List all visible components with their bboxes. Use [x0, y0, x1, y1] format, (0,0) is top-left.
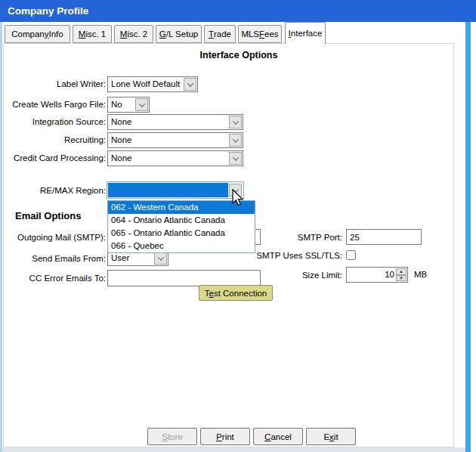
- cancel-button[interactable]: Cancel: [253, 428, 303, 445]
- chevron-down-icon: [232, 154, 238, 160]
- mouse-cursor-icon: [231, 189, 244, 207]
- size-limit-value: 10: [348, 268, 394, 282]
- chevron-down-icon: [187, 80, 193, 86]
- size-limit-spinner[interactable]: 10 ▲ ▼: [346, 267, 408, 283]
- tab-label: Compan: [11, 29, 44, 39]
- company-profile-window: Company Profile Company Info Misc. 1 Mis…: [0, 0, 476, 452]
- outgoing-mail-label: Outgoing Mail (SMTP):: [8, 230, 106, 245]
- size-limit-unit: MB: [414, 267, 427, 283]
- credit-card-processing-value: None: [111, 151, 227, 166]
- window-border-left: [0, 22, 2, 452]
- interface-options-heading: Interface Options: [125, 50, 352, 60]
- tab-label-mnemonic: T: [209, 29, 214, 39]
- remax-region-label: RE/MAX Region:: [8, 183, 106, 198]
- smtp-ssl-checkbox[interactable]: [346, 250, 356, 260]
- label-writer-dropdown-button[interactable]: [184, 78, 196, 91]
- wells-fargo-value: No: [111, 98, 134, 112]
- integration-source-label: Integration Source:: [8, 114, 106, 129]
- button-label-mnemonic: P: [216, 432, 222, 441]
- tab-label: isc. 2: [127, 29, 147, 39]
- smtp-port-label: SMTP Port:: [242, 230, 342, 245]
- button-label: it: [334, 432, 338, 441]
- exit-button[interactable]: Exit: [306, 428, 356, 445]
- tab-label: ees: [264, 29, 279, 39]
- tab-label-mnemonic: M: [120, 29, 128, 39]
- label-writer-value: Lone Wolf Default: [111, 77, 182, 91]
- smtp-port-input[interactable]: [346, 229, 422, 245]
- dropdown-option-064[interactable]: 064 - Ontario Atlantic Canada: [108, 214, 255, 227]
- remax-region-selected-highlight: [108, 183, 228, 197]
- button-label-mnemonic: S: [162, 432, 168, 441]
- button-label: st Connection: [214, 289, 267, 298]
- email-options-heading: Email Options: [15, 210, 81, 221]
- chevron-down-icon: [232, 118, 238, 124]
- tab-label: nterface: [291, 29, 323, 38]
- remax-region-dropdown-list: 062 - Western Canada 064 - Ontario Atlan…: [107, 200, 255, 253]
- remax-region-combobox[interactable]: [107, 181, 244, 199]
- wells-fargo-label: Create Wells Fargo File:: [8, 97, 106, 112]
- tab-interface[interactable]: Interface: [285, 22, 326, 44]
- test-connection-button[interactable]: Test Connection: [199, 285, 273, 301]
- window-title: Company Profile: [8, 5, 88, 17]
- label-writer-combobox[interactable]: Lone Wolf Default: [107, 76, 198, 92]
- tab-misc-1[interactable]: Misc. 1: [73, 25, 112, 43]
- cc-error-emails-label: CC Error Emails To:: [8, 271, 106, 286]
- label-writer-label: Label Writer:: [8, 76, 106, 91]
- send-emails-from-label: Send Emails From:: [8, 251, 106, 266]
- credit-card-processing-label: Credit Card Processing:: [8, 150, 106, 166]
- window-border-right: [465, 22, 471, 452]
- spinner-down-button[interactable]: ▼: [396, 275, 406, 282]
- spinner-up-button[interactable]: ▲: [396, 268, 406, 275]
- tab-label-mnemonic: M: [79, 29, 86, 39]
- integration-source-combobox[interactable]: None: [107, 114, 243, 130]
- integration-source-dropdown-button[interactable]: [229, 116, 242, 128]
- button-label: tore: [168, 432, 183, 441]
- credit-card-processing-dropdown-button[interactable]: [229, 152, 242, 165]
- button-label: E: [323, 432, 329, 441]
- credit-card-processing-combobox[interactable]: None: [107, 150, 243, 166]
- send-emails-from-dropdown-button[interactable]: [154, 252, 167, 265]
- integration-source-value: None: [111, 115, 227, 129]
- dropdown-option-065[interactable]: 065 - Ontario Atlantic Canada: [108, 227, 255, 240]
- chevron-down-icon: [138, 101, 144, 107]
- recruiting-value: None: [111, 133, 227, 147]
- tab-label: /L Setup: [166, 29, 198, 39]
- size-limit-label: Size Limit:: [242, 268, 342, 283]
- titlebar: Company Profile: [0, 0, 476, 22]
- tab-label-mnemonic: G: [159, 29, 166, 39]
- dropdown-option-066[interactable]: 066 - Quebec: [108, 240, 255, 252]
- chevron-down-icon: [157, 254, 163, 260]
- recruiting-combobox[interactable]: None: [107, 132, 243, 148]
- tab-trade[interactable]: Trade: [204, 25, 236, 43]
- tab-gl-setup[interactable]: G/L Setup: [156, 25, 202, 43]
- window-border-bottom: [2, 447, 465, 452]
- print-button[interactable]: Print: [200, 428, 250, 445]
- tab-label: Info: [49, 29, 63, 39]
- tab-label-mnemonic: F: [259, 29, 264, 39]
- recruiting-label: Recruiting:: [8, 132, 106, 147]
- tab-misc-2[interactable]: Misc. 2: [114, 25, 153, 43]
- button-label: ancel: [270, 432, 292, 441]
- cc-error-emails-input[interactable]: [107, 270, 261, 286]
- tab-company-info[interactable]: Company Info: [5, 25, 70, 43]
- tab-label: isc. 1: [85, 29, 106, 39]
- wells-fargo-combobox[interactable]: No: [107, 97, 150, 113]
- button-label: rint: [222, 432, 234, 441]
- recruiting-dropdown-button[interactable]: [229, 134, 242, 147]
- tab-label: rade: [214, 29, 231, 39]
- smtp-ssl-label: SMTP Uses SSL/TLS:: [242, 248, 342, 263]
- wells-fargo-dropdown-button[interactable]: [135, 98, 148, 111]
- store-button[interactable]: Store: [147, 428, 197, 445]
- tab-label: MLS: [241, 29, 259, 39]
- tab-mls-fees[interactable]: MLS Fees: [238, 25, 282, 43]
- chevron-down-icon: [232, 136, 238, 142]
